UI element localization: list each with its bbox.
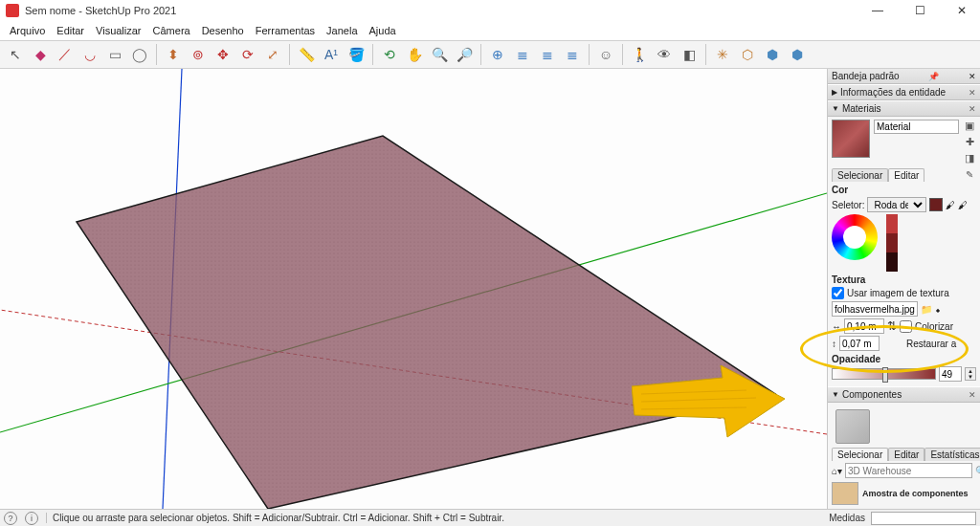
info-icon[interactable]: i (25, 512, 38, 525)
entity-info-header[interactable]: ▶ Informações da entidade ✕ (828, 84, 980, 100)
offset-tool[interactable]: ⊚ (187, 43, 210, 66)
tray-close-icon[interactable]: ✕ (969, 72, 976, 81)
tray-title-label: Bandeja padrão (832, 71, 900, 81)
selector-label: Seletor: (832, 200, 864, 210)
app-icon (6, 4, 19, 17)
color-shade-dark[interactable] (886, 252, 898, 272)
colorize-label: Colorizar (915, 321, 953, 332)
materials-header[interactable]: ▼ Materiais ✕ (828, 100, 980, 117)
close-button[interactable]: ✕ (949, 4, 974, 17)
search-icon[interactable]: 🔍 (975, 466, 980, 476)
opacity-slider-thumb[interactable] (882, 367, 888, 383)
use-texture-checkbox[interactable] (832, 287, 844, 299)
pan-tool[interactable]: ✋ (403, 43, 426, 66)
tab-edit[interactable]: Editar (888, 168, 924, 182)
rectangle-tool[interactable]: ▭ (103, 43, 126, 66)
arc-tool[interactable]: ◡ (78, 43, 101, 66)
tab-select[interactable]: Selecionar (832, 168, 888, 182)
rotate-tool[interactable]: ⟳ (236, 43, 259, 66)
panel-close-icon[interactable]: ✕ (969, 104, 976, 114)
color-selector[interactable]: Roda de cores (867, 197, 926, 212)
texture-file-input[interactable] (832, 301, 918, 317)
components-header[interactable]: ▼ Componentes ✕ (828, 386, 980, 403)
walk-tool[interactable]: 🚶 (628, 43, 651, 66)
paint-tool[interactable]: 🪣 (345, 43, 368, 66)
current-color-swatch[interactable] (929, 198, 943, 211)
pin-icon[interactable]: 📌 (928, 72, 939, 81)
texture-height-input[interactable] (839, 336, 880, 351)
match-screen-icon[interactable]: 🖌 (946, 200, 955, 210)
toolbar-separator (156, 44, 157, 65)
create-material-icon[interactable]: ✚ (963, 136, 976, 149)
match-model-icon[interactable]: 🖌 (958, 200, 968, 210)
orbit-tool[interactable]: ⟲ (378, 43, 401, 66)
color-shade-light[interactable] (886, 214, 898, 233)
add-location-button[interactable]: ⊕ (486, 43, 509, 66)
layers-button[interactable]: ≣ (511, 43, 534, 66)
menu-ferramentas[interactable]: Ferramentas (250, 25, 321, 36)
comp-tab-select[interactable]: Selecionar (832, 448, 888, 461)
panel-close-icon[interactable]: ✕ (969, 390, 976, 400)
look-tool[interactable]: 👁 (653, 43, 676, 66)
window-title: Sem nome - SketchUp Pro 2021 (25, 5, 176, 16)
zoom-extents-tool[interactable]: 🔎 (453, 43, 476, 66)
select-tool[interactable]: ↖ (4, 43, 27, 66)
axes-tool[interactable]: ✳ (711, 43, 734, 66)
menu-camera[interactable]: Câmera (147, 25, 196, 36)
zoom-tool[interactable]: 🔍 (428, 43, 451, 66)
measurements-input[interactable] (871, 512, 976, 525)
minimize-button[interactable]: — (865, 4, 890, 17)
menu-visualizar[interactable]: Visualizar (90, 25, 147, 36)
menu-janela[interactable]: Janela (321, 25, 363, 36)
layers2-button[interactable]: ≣ (536, 43, 559, 66)
menu-desenho[interactable]: Desenho (196, 25, 250, 36)
component-thumbnail[interactable] (835, 409, 870, 444)
display-front-icon[interactable]: ▣ (963, 120, 976, 133)
collapse-icon: ▼ (832, 390, 839, 399)
layers3-button[interactable]: ≣ (561, 43, 584, 66)
toolbar-separator (622, 44, 623, 65)
menu-editar[interactable]: Editar (51, 25, 90, 36)
opacity-spin-down[interactable]: ▼ (966, 374, 975, 380)
maximize-button[interactable]: ☐ (907, 4, 932, 17)
text-tool[interactable]: A¹ (320, 43, 343, 66)
materials-panel-body: ▣ ✚ ◨ Selecionar Editar ✎ Cor Seletor: R… (828, 117, 980, 386)
move-tool[interactable]: ✥ (212, 43, 234, 66)
cube3-button[interactable]: ⬢ (786, 43, 809, 66)
pushpull-tool[interactable]: ⬍ (162, 43, 185, 66)
scale-tool[interactable]: ⤢ (261, 43, 284, 66)
material-thumbnail[interactable] (832, 120, 870, 158)
tape-tool[interactable]: 📏 (295, 43, 318, 66)
menu-ajuda[interactable]: Ajuda (364, 25, 402, 36)
link-dims-icon[interactable]: ⇅ (887, 319, 897, 333)
comp-tab-stats[interactable]: Estatísticas (924, 448, 980, 461)
circle-tool[interactable]: ◯ (128, 43, 151, 66)
material-name-input[interactable] (874, 120, 959, 134)
sample-paint-icon[interactable]: ✎ (963, 168, 976, 182)
component-sample-thumb[interactable] (832, 482, 858, 505)
color-shade-mid[interactable] (886, 233, 898, 252)
opacity-slider[interactable] (832, 368, 936, 380)
cube1-button[interactable]: ⬡ (736, 43, 759, 66)
comp-tab-edit[interactable]: Editar (888, 448, 924, 461)
line-tool[interactable]: ／ (54, 43, 77, 66)
eraser-tool[interactable]: ◆ (29, 43, 52, 66)
help-icon[interactable]: ? (4, 512, 17, 525)
texture-width-input[interactable] (844, 318, 884, 334)
default-material-icon[interactable]: ◨ (963, 152, 976, 165)
tray-title[interactable]: Bandeja padrão 📌 ✕ (828, 69, 980, 84)
cube2-button[interactable]: ⬢ (761, 43, 784, 66)
menu-arquivo[interactable]: Arquivo (4, 25, 51, 36)
user-button[interactable]: ☺ (594, 43, 617, 66)
warehouse-search-input[interactable] (845, 463, 972, 478)
opacity-value-input[interactable] (939, 366, 962, 382)
color-wheel[interactable] (832, 214, 878, 260)
panel-close-icon[interactable]: ✕ (969, 88, 976, 98)
browse-texture-icon[interactable]: 📁 (921, 304, 932, 315)
section-tool[interactable]: ◧ (678, 43, 701, 66)
edit-texture-icon[interactable]: ⬥ (935, 304, 941, 315)
home-pick-icon[interactable]: ⌂▾ (832, 466, 842, 476)
menubar: Arquivo Editar Visualizar Câmera Desenho… (0, 21, 980, 40)
model-viewport[interactable] (0, 69, 827, 509)
colorize-checkbox[interactable] (900, 320, 912, 333)
